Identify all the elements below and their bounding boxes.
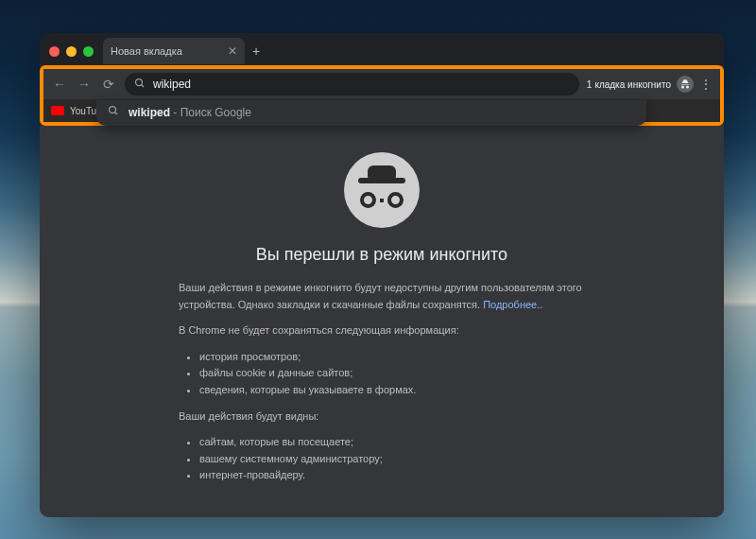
not-saved-list: история просмотров; файлы cookie и данны… (179, 349, 585, 399)
list-item: файлы cookie и данные сайтов; (199, 365, 585, 382)
incognito-illustration (344, 152, 420, 228)
window-controls (49, 46, 94, 57)
list-item: сайтам, которые вы посещаете; (199, 434, 585, 451)
tab-strip: Новая вкладка ✕ + (40, 33, 724, 65)
page-body: Ваши действия в режиме инкогнито будут н… (179, 280, 585, 494)
suggestion-item[interactable]: wikiped - Поиск Google (96, 102, 646, 122)
search-icon (108, 105, 119, 119)
indicator-count: 1 (587, 79, 593, 90)
back-button[interactable]: ← (51, 77, 68, 92)
svg-point-0 (136, 78, 143, 85)
minimize-window-button[interactable] (66, 46, 77, 57)
indicator-label: кладка инкогнито (594, 79, 671, 90)
toolbar: ← → ⟳ wikiped 1 кладка инкогнито ⋮ (43, 69, 720, 99)
address-bar-text: wikiped (153, 78, 191, 91)
browser-tab[interactable]: Новая вкладка ✕ (103, 38, 245, 64)
suggestion-text: wikiped - Поиск Google (129, 106, 251, 119)
annotation-highlight: ← → ⟳ wikiped 1 кладка инкогнито ⋮ YouTu… (40, 65, 724, 126)
svg-point-2 (110, 107, 116, 113)
svg-line-3 (115, 113, 118, 115)
reload-button[interactable]: ⟳ (100, 77, 117, 92)
visible-header: Ваши действия будут видны: (179, 409, 585, 426)
address-bar[interactable]: wikiped (125, 73, 579, 96)
incognito-indicator[interactable]: 1 кладка инкогнито ⋮ (587, 76, 713, 93)
visible-list: сайтам, которые вы посещаете; вашему сис… (179, 434, 585, 484)
list-item: вашему системному администратору; (199, 451, 585, 468)
menu-button[interactable]: ⋮ (699, 77, 713, 92)
youtube-icon (51, 106, 64, 115)
list-item: история просмотров; (199, 349, 585, 366)
list-item: сведения, которые вы указываете в формах… (199, 382, 585, 399)
search-icon (134, 78, 146, 92)
page-heading: Вы перешли в режим инкогнито (256, 245, 507, 265)
incognito-page: Вы перешли в режим инкогнито Ваши действ… (40, 126, 724, 517)
omnibox-suggestions: wikiped - Поиск Google (96, 100, 646, 126)
svg-line-1 (142, 84, 145, 87)
learn-more-link[interactable]: Подробнее.. (483, 299, 542, 310)
forward-button[interactable]: → (76, 77, 93, 92)
browser-window: Новая вкладка ✕ + ← → ⟳ wikiped 1 кладка… (40, 33, 724, 517)
intro-paragraph: Ваши действия в режиме инкогнито будут н… (179, 280, 585, 313)
list-item: интернет-провайдеру. (199, 467, 585, 484)
not-saved-header: В Chrome не будет сохраняться следующая … (179, 322, 585, 339)
tab-title: Новая вкладка (111, 45, 220, 57)
incognito-icon (677, 76, 694, 93)
new-tab-button[interactable]: + (245, 43, 267, 59)
close-window-button[interactable] (49, 46, 60, 57)
fullscreen-window-button[interactable] (83, 46, 94, 57)
close-tab-button[interactable]: ✕ (228, 44, 237, 58)
